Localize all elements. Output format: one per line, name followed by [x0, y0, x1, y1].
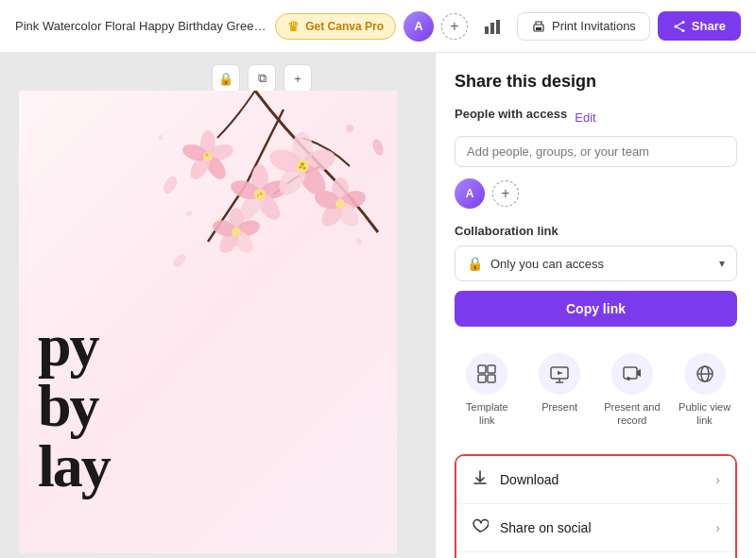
svg-point-52 — [356, 239, 362, 245]
people-avatar-row: A + — [455, 178, 737, 209]
download-icon — [472, 469, 489, 490]
download-label: Download — [500, 472, 558, 487]
present-icon — [539, 353, 580, 395]
add-people-button[interactable]: + — [492, 180, 519, 207]
public-view-label: Public view link — [676, 400, 733, 428]
svg-point-63 — [627, 377, 630, 380]
share-options-grid: Template link Present Prese — [455, 346, 737, 435]
share-social-action[interactable]: Share on social › — [456, 504, 735, 552]
canvas-toolbar: 🔒 ⧉ + — [212, 64, 312, 93]
people-input[interactable] — [455, 136, 737, 167]
svg-marker-60 — [558, 371, 563, 375]
print-canva-action[interactable]: Print with Canva › — [456, 552, 735, 558]
public-view-icon — [684, 353, 726, 395]
svg-line-9 — [676, 26, 683, 31]
share-icon — [673, 20, 686, 33]
document-title: Pink Watercolor Floral Happy Birthday Gr… — [15, 19, 267, 33]
svg-point-46 — [161, 174, 180, 195]
svg-point-33 — [300, 166, 302, 169]
svg-point-24 — [257, 194, 259, 196]
svg-rect-2 — [496, 20, 500, 34]
download-action[interactable]: Download › — [456, 456, 735, 504]
template-link-option[interactable]: Template link — [455, 346, 520, 435]
collab-section-label: Collaboration link — [455, 224, 737, 238]
svg-rect-54 — [488, 365, 495, 373]
action-list: Download › Share on social › — [455, 454, 737, 558]
analytics-button[interactable] — [475, 9, 509, 43]
svg-rect-1 — [490, 23, 494, 34]
add-person-button[interactable]: + — [441, 13, 468, 40]
link-dropdown-content: 🔒 Only you can access — [467, 256, 604, 271]
chevron-down-icon: ▾ — [719, 257, 725, 270]
svg-rect-4 — [536, 27, 541, 30]
print-button-label: Print Invitations — [552, 19, 636, 33]
share-panel-title: Share this design — [455, 72, 737, 92]
share-social-label: Share on social — [500, 520, 592, 535]
svg-point-51 — [158, 135, 163, 141]
print-invitations-button[interactable]: Print Invitations — [517, 12, 650, 41]
svg-line-8 — [676, 22, 683, 26]
public-view-option[interactable]: Public view link — [672, 346, 737, 435]
share-social-chevron-icon: › — [715, 520, 720, 535]
svg-point-49 — [186, 211, 192, 216]
edit-link[interactable]: Edit — [575, 110, 595, 125]
svg-rect-53 — [478, 365, 486, 373]
template-link-label: Template link — [458, 400, 516, 428]
svg-rect-55 — [478, 375, 486, 382]
svg-point-48 — [171, 252, 188, 269]
birthday-text: py by lay — [38, 315, 110, 497]
social-icon — [472, 517, 489, 538]
svg-point-45 — [335, 199, 345, 209]
svg-point-15 — [203, 152, 213, 161]
crown-icon: ♛ — [287, 19, 300, 34]
printer-icon — [531, 19, 546, 34]
svg-point-31 — [301, 162, 304, 166]
svg-point-47 — [370, 138, 386, 157]
svg-point-39 — [232, 228, 241, 237]
present-record-icon — [611, 353, 653, 395]
svg-point-50 — [346, 125, 353, 132]
lock-tool-button[interactable]: 🔒 — [212, 64, 240, 93]
avatar-group: A — [404, 11, 434, 42]
svg-point-32 — [303, 167, 306, 170]
present-option[interactable]: Present — [527, 346, 593, 435]
link-option-label: Only you can access — [490, 257, 604, 271]
template-link-icon — [466, 353, 507, 395]
present-label: Present — [541, 400, 577, 414]
svg-point-16 — [206, 154, 209, 157]
share-button-label: Share — [692, 19, 726, 33]
canva-pro-button[interactable]: ♛ Get Canva Pro — [275, 13, 396, 40]
svg-rect-0 — [485, 26, 489, 34]
present-record-option[interactable]: Present and record — [600, 346, 665, 435]
copy-link-button[interactable]: Copy link — [455, 291, 737, 327]
add-page-button[interactable]: + — [284, 64, 312, 93]
app-header: Pink Watercolor Floral Happy Birthday Gr… — [0, 0, 756, 53]
bar-chart-icon — [483, 17, 502, 36]
svg-rect-56 — [488, 375, 495, 382]
svg-rect-61 — [624, 367, 637, 379]
share-panel: Share this design People with access Edi… — [435, 53, 756, 558]
avatar: A — [404, 11, 434, 42]
present-record-label: Present and record — [604, 400, 662, 428]
svg-point-23 — [260, 193, 263, 195]
link-access-dropdown[interactable]: 🔒 Only you can access ▾ — [455, 245, 737, 281]
user-avatar: A — [455, 178, 485, 209]
lock-icon: 🔒 — [467, 256, 483, 271]
canva-pro-label: Get Canva Pro — [305, 20, 384, 33]
design-canvas: py by lay — [19, 91, 397, 553]
people-section-label: People with access — [455, 107, 567, 121]
duplicate-tool-button[interactable]: ⧉ — [248, 64, 276, 93]
floral-decoration — [19, 91, 397, 346]
download-chevron-icon: › — [715, 472, 720, 487]
share-button[interactable]: Share — [658, 11, 741, 41]
